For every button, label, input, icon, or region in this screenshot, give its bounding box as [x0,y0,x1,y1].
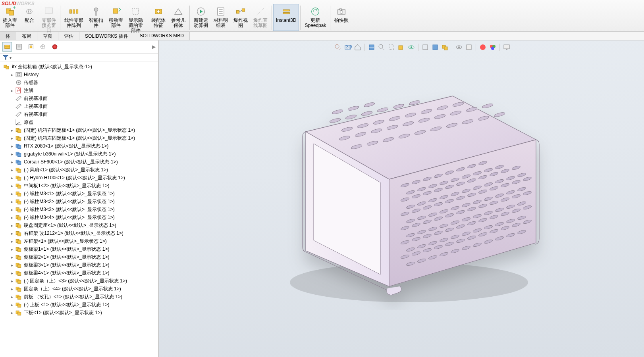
tab-feature-tree[interactable] [2,42,12,52]
tree-item[interactable]: ▸(-) 螺柱M3<3> (默认<<默认>_显示状态 1>) [2,205,158,213]
tree-item[interactable]: ▸(-) 螺柱M3<1> (默认<<默认>_显示状态 1>) [2,190,158,198]
expand-icon[interactable]: ▸ [10,88,14,93]
ribbon-speedpak[interactable]: 更新 Speedpak [302,4,329,31]
tree-item[interactable]: 上视基准面 [2,102,158,110]
ribbon-motion-study[interactable]: 新建运 动算例 [191,4,211,31]
tree-item[interactable]: ▸下板<1> (默认<<默认>_显示状态 1>) [2,309,158,317]
expand-icon[interactable]: ▸ [10,159,14,164]
expand-icon[interactable]: ▸ [10,239,14,244]
vp-appearance-icon[interactable] [478,43,487,52]
tree-item[interactable]: ▸(固定) 机箱左固定板<1> (默认<<默认>_显示状态 1>) [2,134,158,142]
tree-item[interactable]: ▸(-) 固定条（上）<3> (默认<<默认>_显示状态 1>) [2,277,158,285]
expand-icon[interactable]: ▸ [10,215,14,220]
expand-icon[interactable]: ▸ [10,144,14,148]
vp-search-icon[interactable] [334,43,342,52]
tree-filter[interactable]: ▾ [0,54,158,62]
tab-dimxpert[interactable] [38,42,48,52]
tree-item[interactable]: ▸硬盘固定座<1> (默认<<默认>_显示状态 1>) [2,221,158,229]
expand-icon[interactable]: ▸ [10,167,14,172]
tab-property-manager[interactable] [14,42,24,52]
subtab-0[interactable]: 体 [0,32,16,40]
vp-zoom-icon[interactable] [377,43,386,52]
expand-icon[interactable]: ▸ [10,231,14,236]
tree-item[interactable]: ▸(-) 风扇<1> (默认<<默认>_显示状态 1>) [2,166,158,174]
tree-item[interactable]: ▸中间板1<2> (默认<<默认>_显示状态 1>) [2,182,158,190]
tree-item[interactable]: 传感器 [2,79,158,86]
tree-item[interactable]: ▸(-) 螺柱M3<4> (默认<<默认>_显示状态 1>) [2,213,158,221]
ribbon-bom[interactable]: 材料明 细表 [211,4,231,31]
tree-item[interactable]: ▸A注解 [2,86,158,94]
vp-shaded-icon[interactable] [431,43,440,52]
expand-icon[interactable]: ▸ [10,302,14,307]
collapse-panel-icon[interactable]: ▶ [152,44,156,50]
ribbon-move-component[interactable]: 移动零 部件 [106,4,126,31]
ribbon-assembly-feature[interactable]: 装配体 特征 [148,4,168,31]
vp-sel-icon[interactable] [387,43,396,52]
expand-icon[interactable]: ▸ [10,286,14,291]
ribbon-linear-pattern[interactable]: 线性零部 件阵列 [62,4,86,31]
expand-icon[interactable]: ▸ [10,136,14,140]
expand-icon[interactable]: ▸ [10,278,14,283]
ribbon-smart-fastener[interactable]: 智能扣 件 [86,4,106,31]
vp-edges-icon[interactable] [421,43,430,52]
vp-p2-icon[interactable] [465,43,473,52]
tree-item[interactable]: ▸侧板梁4<1> (默认<<默认>_显示状态 1>) [2,269,158,277]
subtab-3[interactable]: 评估 [58,32,79,40]
ribbon-ref-geometry[interactable]: 参考几 何体 [168,4,188,31]
ribbon-snapshot[interactable]: 拍快照 [332,4,351,31]
expand-icon[interactable]: ▸ [10,152,14,156]
ribbon-mate[interactable]: 配合 [20,4,39,31]
expand-icon[interactable]: ▸ [10,310,14,315]
tree-item[interactable]: ▸侧板梁1<1> (默认<<默认>_显示状态 1>) [2,245,158,253]
vp-screen-icon[interactable] [502,43,511,52]
tree-item[interactable]: ▸(-) 螺柱M3<2> (默认<<默认>_显示状态 1>) [2,198,158,205]
subtab-4[interactable]: SOLIDWORKS 插件 [79,32,134,40]
tree-item[interactable]: ▸右框架 改1212<1> (默认<<默认>_显示状态 1>) [2,229,158,237]
expand-icon[interactable]: ▸ [10,207,14,212]
tree-item[interactable]: 前视基准面 [2,94,158,102]
tree-item[interactable]: ▸(-) 上板 <1> (默认<<默认>_显示状态 1>) [2,301,158,309]
expand-icon[interactable]: ▸ [10,255,14,259]
tree-item[interactable]: ▸(-) Hydro H100i<1> (默认<<默认>_显示状态 1>) [2,174,158,182]
tree-item[interactable]: ▸侧板梁3<1> (默认<<默认>_显示状态 1>) [2,261,158,269]
tree-item[interactable]: ▸History [2,71,158,79]
tab-configuration[interactable] [26,42,36,52]
expand-icon[interactable]: ▸ [10,294,14,299]
tree-item[interactable]: ▸RTX 2080<1> (默认<默认_显示状态-1>) [2,142,158,150]
vp-bbox-icon[interactable] [397,43,406,52]
expand-icon[interactable]: ▸ [10,223,14,228]
tree-item[interactable]: ▸左框架<1> (默认<<默认>_显示状态 1>) [2,237,158,245]
expand-icon[interactable]: ▸ [10,128,14,132]
tree-item[interactable]: ▸前板 （改孔）<1> (默认<<默认>_显示状态 1>) [2,293,158,301]
tree-root[interactable]: itx 全铝机箱 (默认<默认_显示状态-1>) [2,63,158,71]
vp-orbit-icon[interactable] [407,43,416,52]
vp-section-icon[interactable] [367,43,376,52]
tree-item[interactable]: ▸侧板梁2<1> (默认<<默认>_显示状态 1>) [2,253,158,261]
tree-item[interactable]: 原点 [2,118,158,126]
expand-icon[interactable]: ▸ [10,247,14,251]
expand-icon[interactable]: ▸ [10,72,14,77]
tab-appearance[interactable] [50,42,60,52]
viewport-3d[interactable]: 3D [159,40,644,357]
tree-item[interactable]: ▸(固定) 机箱右固定板<1> (默认<<默认>_显示状态 1>) [2,126,158,134]
tree-item[interactable]: ▸gigabyte b360n wifi<1> (默认<显示状态-1>) [2,150,158,158]
ribbon-insert-component[interactable]: +插入零 部件 [0,4,20,31]
tree-item[interactable]: 右视基准面 [2,110,158,118]
ribbon-show-hidden[interactable]: 显示隐 藏的零 部件 [126,4,146,31]
ribbon-instant3d[interactable]: Instant3D [273,4,299,31]
ribbon-exploded-view[interactable]: 爆炸视 图 [231,4,251,31]
feature-tree[interactable]: itx 全铝机箱 (默认<默认_显示状态-1>) ▸History传感器▸A注解… [0,62,158,357]
vp-color-icon[interactable] [488,43,497,52]
tree-item[interactable]: ▸固定条（上）<4> (默认<<默认>_显示状态 1>) [2,285,158,293]
expand-icon[interactable]: ▸ [10,175,14,180]
expand-icon[interactable]: ▸ [10,191,14,196]
vp-eye-icon[interactable] [455,43,463,52]
expand-icon[interactable]: ▸ [10,199,14,204]
subtab-1[interactable]: 布局 [16,32,37,40]
expand-icon[interactable]: ▸ [10,263,14,267]
vp-3d-icon[interactable]: 3D [343,43,352,52]
expand-icon[interactable]: ▸ [10,271,14,275]
expand-icon[interactable]: ▸ [10,183,14,188]
vp-home-icon[interactable] [353,43,362,52]
tree-item[interactable]: ▸Corsair SF600<1> (默认<默认_显示状态-1>) [2,158,158,166]
